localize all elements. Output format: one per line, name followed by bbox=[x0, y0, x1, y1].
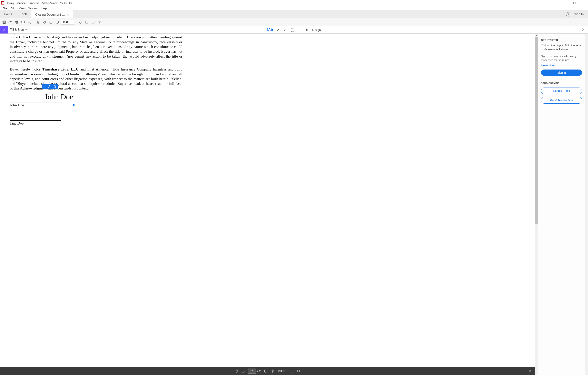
add-check-tool[interactable]: ✓ bbox=[284, 28, 286, 32]
menubar: File Edit View Window Help bbox=[0, 6, 588, 10]
svg-rect-28 bbox=[291, 370, 293, 372]
svg-rect-18 bbox=[80, 21, 81, 23]
svg-point-22 bbox=[242, 370, 244, 373]
tab-tools[interactable]: Tools bbox=[16, 10, 31, 18]
menu-file[interactable]: File bbox=[1, 6, 9, 10]
paragraph-cutoff: Buyer's marital status as reflected in t… bbox=[10, 34, 182, 35]
bottom-zoom-dropdown[interactable]: 134% ▼ bbox=[278, 370, 287, 373]
signer-name-1: John Doe bbox=[10, 103, 182, 108]
svg-rect-4 bbox=[3, 21, 5, 23]
page-total: 2 bbox=[259, 370, 261, 373]
panel-collapse-arrow[interactable]: ▸ bbox=[585, 34, 588, 375]
bottom-zoom-value: 134% bbox=[278, 370, 284, 373]
tab-home[interactable]: Home bbox=[0, 10, 16, 18]
send-track-button[interactable]: Send & Track bbox=[541, 88, 582, 94]
page-down-icon[interactable] bbox=[242, 370, 245, 373]
mail-icon[interactable] bbox=[20, 20, 25, 25]
bottom-bar-close-icon[interactable]: ✕ bbox=[528, 369, 531, 374]
zoom-level-input[interactable]: ▼ bbox=[61, 20, 74, 24]
window-maximize-button[interactable] bbox=[570, 0, 579, 6]
font-larger-button[interactable]: A bbox=[47, 85, 52, 88]
app-icon bbox=[1, 1, 4, 4]
delete-signature-button[interactable] bbox=[52, 85, 58, 88]
get-started-text-1: Click on the page to fill in the form or… bbox=[541, 43, 582, 51]
resize-handle[interactable] bbox=[73, 104, 74, 106]
zoom-level-field[interactable] bbox=[61, 20, 71, 24]
fill-sign-dropdown[interactable]: Fill & Sign ▼ bbox=[8, 28, 29, 31]
scroll-up-icon[interactable]: ▲ bbox=[536, 34, 537, 36]
tab-document-label: Closing Document … bbox=[35, 13, 65, 16]
hand-icon[interactable] bbox=[42, 20, 47, 25]
page-number-input[interactable] bbox=[248, 369, 256, 374]
window-close-button[interactable] bbox=[579, 0, 588, 6]
fill-sign-label: Fill & Sign bbox=[10, 28, 24, 31]
page-up-icon[interactable] bbox=[235, 370, 238, 373]
svg-rect-6 bbox=[3, 22, 5, 23]
menu-help[interactable]: Help bbox=[40, 6, 48, 10]
sign-label: Sign bbox=[315, 28, 321, 31]
fullscreen-icon[interactable] bbox=[91, 20, 96, 25]
paragraph-1: correct. The Buyer is of legal age and h… bbox=[10, 35, 182, 63]
save-icon[interactable] bbox=[1, 20, 7, 25]
read-mode-icon[interactable] bbox=[97, 20, 102, 25]
get-others-sign-button[interactable]: Get Others to Sign bbox=[541, 97, 582, 104]
zoom-in-icon[interactable] bbox=[55, 20, 60, 25]
tabs-row: Home Tools Closing Document … ✕ ? Sign I… bbox=[0, 10, 588, 18]
menu-view[interactable]: View bbox=[17, 6, 26, 10]
scroll-thumb[interactable] bbox=[535, 37, 538, 224]
add-x-tool[interactable]: ✕ bbox=[277, 28, 280, 32]
document-viewport[interactable]: Buyer's marital status as reflected in t… bbox=[0, 34, 535, 375]
add-dot-tool[interactable]: ● bbox=[306, 28, 308, 32]
signin-link[interactable]: Sign In bbox=[574, 12, 584, 16]
svg-line-12 bbox=[30, 23, 31, 23]
signer-name-2: Jane Doe bbox=[10, 121, 182, 126]
add-text-tool[interactable]: IAb bbox=[267, 28, 273, 32]
tab-document[interactable]: Closing Document … ✕ bbox=[31, 10, 73, 18]
window-title: Closing Document - Buyer.pdf - Adobe Acr… bbox=[5, 1, 72, 4]
fit-width-bottom-icon[interactable] bbox=[297, 370, 300, 373]
signature-selection-box[interactable] bbox=[42, 91, 74, 105]
zoom-out-icon[interactable] bbox=[48, 20, 53, 25]
svg-rect-1 bbox=[574, 2, 576, 4]
bottom-zoom-caret-icon: ▼ bbox=[285, 370, 287, 372]
add-line-tool[interactable]: — bbox=[298, 28, 302, 32]
signature-line-2 bbox=[10, 114, 61, 121]
fit-one-page-icon[interactable] bbox=[291, 370, 294, 373]
fit-width-icon[interactable] bbox=[78, 20, 83, 25]
fill-sign-bar: ℓ Fill & Sign ▼ IAb ✕ ✓ ◯ — ● ℓ Sign ✕ bbox=[0, 26, 588, 34]
svg-rect-5 bbox=[3, 21, 5, 22]
help-icon[interactable]: ? bbox=[566, 12, 570, 16]
signature-edit-toolbar: A A bbox=[42, 84, 58, 89]
page-nav-bar: / 2 134% ▼ ✕ bbox=[0, 367, 535, 375]
menu-edit[interactable]: Edit bbox=[9, 6, 17, 10]
fit-page-icon[interactable] bbox=[84, 20, 89, 25]
bottom-zoom-out-icon[interactable] bbox=[264, 370, 267, 373]
svg-rect-8 bbox=[15, 21, 18, 23]
add-circle-tool[interactable]: ◯ bbox=[291, 28, 294, 32]
svg-point-21 bbox=[235, 370, 238, 373]
learn-more-link[interactable]: Learn More bbox=[541, 64, 582, 67]
search-icon[interactable] bbox=[27, 20, 32, 25]
font-smaller-button[interactable]: A bbox=[42, 85, 47, 88]
fill-sign-close-icon[interactable]: ✕ bbox=[581, 27, 588, 32]
page-number-box: / 2 bbox=[248, 369, 261, 374]
main-toolbar: ▼ bbox=[0, 18, 588, 26]
sign-tool[interactable]: ℓ Sign bbox=[312, 28, 321, 32]
pdf-page: Buyer's marital status as reflected in t… bbox=[10, 34, 182, 126]
svg-rect-9 bbox=[16, 22, 17, 23]
tab-close-icon[interactable]: ✕ bbox=[67, 13, 69, 16]
window-minimize-button[interactable] bbox=[561, 0, 570, 6]
fill-sign-icon: ℓ bbox=[0, 26, 8, 33]
bottom-zoom-in-icon[interactable] bbox=[271, 370, 274, 373]
signin-button[interactable]: Sign In bbox=[541, 70, 582, 76]
menu-window[interactable]: Window bbox=[27, 6, 39, 10]
zoom-dropdown-icon[interactable]: ▼ bbox=[71, 21, 74, 23]
svg-point-11 bbox=[28, 21, 30, 23]
cloud-icon[interactable] bbox=[8, 20, 13, 25]
print-icon[interactable] bbox=[14, 20, 19, 25]
side-panel: GET STARTED Click on the page to fill in… bbox=[538, 34, 585, 375]
paragraph-2: Buyer hereby holds Timeshare Title, LLC … bbox=[10, 67, 182, 91]
get-started-heading: GET STARTED bbox=[541, 39, 582, 41]
vertical-scrollbar[interactable]: ▲ bbox=[535, 34, 538, 375]
arrow-cursor-icon[interactable] bbox=[36, 20, 41, 25]
